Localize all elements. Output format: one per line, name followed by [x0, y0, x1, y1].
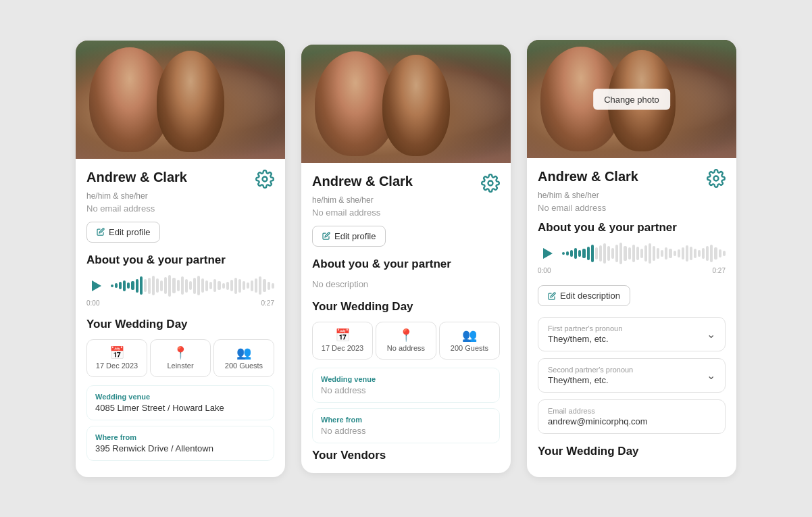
chevron-down-icon-2: ⌄: [707, 369, 715, 382]
card-2-photo: [301, 45, 511, 163]
pronoun2-value-3: They/them, etc.: [548, 375, 633, 385]
audio-player-3: [538, 243, 726, 264]
pencil-icon-1: [97, 228, 105, 236]
where-from-label-1: Where from: [95, 433, 265, 441]
where-from-label-2: Where from: [321, 416, 491, 424]
audio-times-1: 0:00 0:27: [86, 299, 274, 307]
gear-icon-2[interactable]: [481, 174, 500, 193]
gear-icon-1[interactable]: [255, 170, 274, 189]
pronouns-3: he/him & she/her: [538, 191, 726, 200]
play-triangle-3: [543, 248, 553, 259]
guests-box-2: 👥 200 Guests: [439, 322, 500, 360]
svg-point-0: [263, 176, 268, 181]
about-title-1: About you & your partner: [86, 253, 274, 267]
date-box-2: 📅 17 Dec 2023: [312, 322, 373, 360]
guests-text-2: 200 Guests: [451, 344, 488, 352]
wedding-title-3: Your Wedding Day: [538, 445, 726, 458]
guests-icon-2: 👥: [462, 329, 477, 341]
no-email-2: No email address: [312, 207, 500, 218]
venue-label-2: Wedding venue: [321, 375, 491, 383]
calendar-icon-2: 📅: [335, 329, 350, 341]
wedding-info-row-2: 📅 17 Dec 2023 📍 No address 👥 200 Guests: [312, 322, 500, 360]
card-1: Andrew & Clark he/him & she/her No email…: [76, 41, 285, 477]
change-photo-btn[interactable]: Change photo: [593, 89, 670, 109]
pronoun1-value-3: They/them, etc.: [548, 334, 622, 344]
audio-times-3: 0:00 0:27: [538, 267, 726, 274]
location-icon-2: 📍: [399, 329, 413, 341]
vendors-title-2: Your Vendors: [312, 449, 500, 462]
venue-field-2: Wedding venue No address: [312, 368, 500, 403]
where-from-value-1: 395 Renwick Drive / Allentown: [95, 443, 265, 453]
pencil-icon-2: [322, 232, 330, 240]
pencil-icon-3: [548, 292, 556, 300]
about-title-3: About you & your partner: [538, 221, 726, 235]
pronoun1-field-3[interactable]: First partner's pronoun They/them, etc. …: [538, 317, 726, 351]
card-1-photo: [76, 41, 285, 159]
where-from-field-2: Where from No address: [312, 408, 500, 443]
profile-header-3: Andrew & Clark: [538, 169, 726, 188]
location-text-2: No address: [387, 344, 425, 352]
edit-profile-btn-1[interactable]: Edit profile: [86, 222, 160, 243]
where-from-field-1: Where from 395 Renwick Drive / Allentown: [86, 426, 274, 461]
chevron-down-icon-1: ⌄: [707, 328, 715, 341]
pronouns-2: he/him & she/her: [312, 195, 500, 205]
guests-icon-1: 👥: [236, 347, 251, 359]
date-box-1: 📅 17 Dec 2023: [86, 339, 147, 377]
couple-photo-2: [301, 45, 511, 163]
profile-name-2: Andrew & Clark: [312, 174, 413, 189]
pronoun2-label-3: Second partner's pronoun: [548, 366, 633, 374]
card-2-body: Andrew & Clark he/him & she/her No email…: [301, 163, 511, 473]
date-text-1: 17 Dec 2023: [96, 362, 138, 370]
profile-header-1: Andrew & Clark: [86, 170, 274, 189]
card-3-photo: Change photo: [527, 40, 736, 158]
guests-text-1: 200 Guests: [225, 362, 263, 370]
profile-name-3: Andrew & Clark: [538, 169, 638, 184]
venue-value-1: 4085 Limer Street / Howard Lake: [95, 403, 265, 413]
card-3-body: Andrew & Clark he/him & she/her No email…: [527, 158, 736, 477]
about-title-2: About you & your partner: [312, 257, 500, 271]
profile-header-2: Andrew & Clark: [312, 174, 500, 193]
audio-player-1: [86, 275, 274, 297]
location-box-2: 📍 No address: [376, 322, 436, 360]
email-value-3: andrew@minicorphq.com: [548, 416, 715, 426]
calendar-icon-1: 📅: [109, 347, 124, 359]
play-triangle-1: [92, 280, 101, 291]
edit-desc-btn-3[interactable]: Edit description: [538, 285, 630, 306]
edit-profile-btn-2[interactable]: Edit profile: [312, 226, 386, 247]
no-desc-2: No description: [312, 279, 500, 289]
svg-point-2: [714, 176, 719, 181]
venue-value-2: No address: [321, 385, 491, 395]
no-email-1: No email address: [86, 203, 274, 214]
pronoun1-label-3: First partner's pronoun: [548, 324, 622, 333]
waveform-3: [562, 243, 726, 264]
location-icon-1: 📍: [173, 347, 188, 359]
play-btn-3[interactable]: [538, 244, 557, 263]
no-email-3: No email address: [538, 203, 726, 213]
card-2: Andrew & Clark he/him & she/her No email…: [301, 45, 511, 473]
guests-box-1: 👥 200 Guests: [213, 339, 274, 377]
pronoun2-field-3[interactable]: Second partner's pronoun They/them, etc.…: [538, 358, 726, 393]
venue-label-1: Wedding venue: [95, 393, 265, 401]
profile-name-1: Andrew & Clark: [86, 170, 187, 185]
svg-point-1: [488, 180, 493, 185]
location-box-1: 📍 Leinster: [150, 339, 211, 377]
pronouns-1: he/him & she/her: [86, 191, 274, 201]
wedding-title-1: Your Wedding Day: [86, 318, 274, 331]
card-3: Change photo Andrew & Clark he/him & she…: [527, 40, 736, 477]
wedding-title-2: Your Wedding Day: [312, 300, 500, 314]
email-label-3: Email address: [548, 407, 715, 415]
date-text-2: 17 Dec 2023: [322, 344, 363, 352]
gear-icon-3[interactable]: [707, 169, 726, 188]
venue-field-1: Wedding venue 4085 Limer Street / Howard…: [86, 385, 274, 420]
email-field-3: Email address andrew@minicorphq.com: [538, 399, 726, 434]
waveform-1: [111, 275, 274, 297]
play-btn-1[interactable]: [86, 276, 105, 295]
wedding-info-row-1: 📅 17 Dec 2023 📍 Leinster 👥 200 Guests: [86, 339, 274, 377]
couple-photo-1: [76, 41, 285, 159]
location-text-1: Leinster: [167, 362, 193, 370]
where-from-value-2: No address: [321, 426, 491, 436]
card-1-body: Andrew & Clark he/him & she/her No email…: [76, 159, 285, 477]
